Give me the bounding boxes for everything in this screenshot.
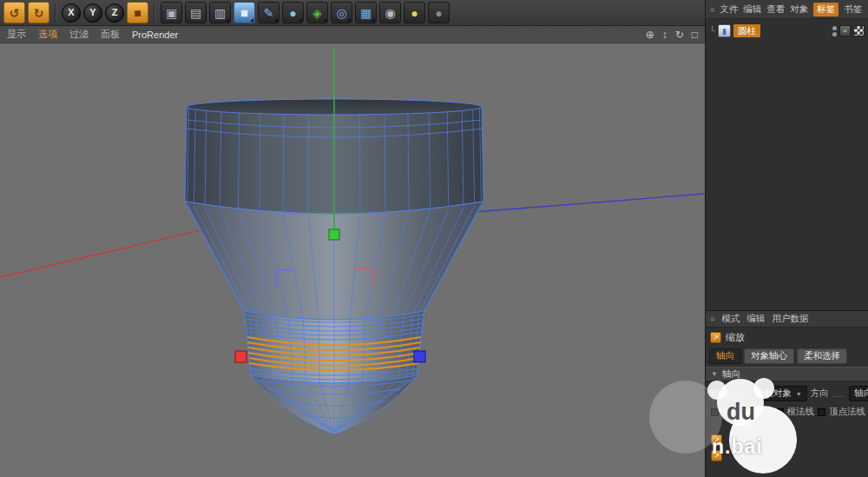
tab-object-axis[interactable]: 对象轴心	[744, 348, 794, 364]
visibility-dots-icon[interactable]	[832, 26, 837, 36]
render-picture-viewer-icon[interactable]: ▤	[185, 2, 207, 23]
viewport-canvas[interactable]	[0, 43, 705, 477]
y-axis-handle[interactable]	[329, 229, 339, 240]
axis-label: 轴向	[711, 388, 729, 400]
chevron-down-icon: ▼	[796, 391, 802, 397]
axis-parameter-row: 轴向 .... 选取对象 ▼ 方向 .... 轴向	[706, 381, 868, 401]
attribute-row: ↗	[706, 446, 868, 461]
om-menu-bookmarks[interactable]: 书签	[844, 3, 862, 16]
right-panel: ≡ 文件 编辑 查看 对象 标签 书签 └ ▮ 圆柱 × ≡ 模式 编辑	[705, 0, 868, 477]
dots: ....	[832, 388, 846, 399]
om-menu-tags[interactable]: 标签	[813, 3, 838, 17]
viewport-menubar: 显示 选项 过滤 面板 ProRender ⊕ ↕ ↻ □	[0, 26, 705, 43]
section-collapse-icon[interactable]: ▼	[711, 370, 718, 378]
om-menu-objects[interactable]: 对象	[790, 3, 808, 16]
spline-pen-icon[interactable]: ✎	[258, 2, 279, 23]
x-axis-handle[interactable]	[235, 351, 247, 362]
direction-label: 方向	[811, 388, 829, 400]
coordinate-system-icon[interactable]: ■	[127, 2, 148, 23]
active-tool-label: 缩放	[726, 331, 745, 344]
pick-object-dropdown[interactable]: 选取对象 ▼	[750, 386, 807, 401]
vertex-normal-checkbox[interactable]	[818, 408, 825, 416]
keep-checkbox[interactable]	[711, 408, 719, 416]
z-axis-handle[interactable]	[414, 351, 425, 362]
dolly-view-icon[interactable]: ↕	[662, 29, 667, 41]
axis-section-header[interactable]: ▼ 轴向	[706, 367, 868, 381]
keep-options-row: 保持 根法线 顶点法线	[706, 401, 868, 418]
viewport-panel: 显示 选项 过滤 面板 ProRender ⊕ ↕ ↻ □	[0, 26, 705, 477]
active-tool-row: ↗ 缩放	[706, 328, 868, 347]
object-row-cylinder[interactable]: └ ▮ 圆柱 ×	[706, 19, 868, 37]
tree-elbow-icon: └	[709, 26, 715, 36]
lock-z-button[interactable]: Z	[105, 3, 124, 23]
direction-value: 轴向	[854, 388, 868, 400]
deformer-icon[interactable]: ◈	[306, 2, 328, 23]
attribute-menubar: ≡ 模式 编辑 用户数据	[706, 311, 868, 328]
tab-axis[interactable]: 轴向	[709, 348, 741, 364]
object-state-tag-icon[interactable]: ×	[839, 25, 851, 36]
om-menu-view[interactable]: 查看	[766, 3, 785, 16]
cinema4d-window: ↺ ↻ X Y Z ■ ▣ ▤ ▥ ■ ✎ ● ◈ ◎ ▦ ◉ ● ● 显示 选…	[0, 0, 868, 477]
attribute-tabs: 轴向 对象轴心 柔和选择	[706, 347, 868, 367]
vertex-normal-label: 顶点法线	[829, 406, 865, 418]
render-settings-icon[interactable]: ▥	[209, 2, 231, 23]
viewport-menu-prorender[interactable]: ProRender	[132, 30, 178, 40]
object-manager: ≡ 文件 编辑 查看 对象 标签 书签 └ ▮ 圆柱 ×	[706, 0, 868, 311]
light-on-icon[interactable]: ●	[404, 2, 425, 23]
viewport-nav-icons: ⊕ ↕ ↻ □	[646, 29, 698, 41]
axis-field-icon[interactable]: ↗	[711, 434, 722, 446]
toggle-view-icon[interactable]: □	[692, 29, 698, 41]
mograph-grid-icon[interactable]: ▦	[355, 2, 377, 23]
om-menu-file[interactable]: 文件	[720, 3, 738, 16]
viewport-menu-options[interactable]: 选项	[38, 28, 57, 41]
undo-icon[interactable]: ↺	[3, 2, 25, 23]
primitive-cube-icon[interactable]: ■	[233, 2, 255, 23]
cylinder-object-icon[interactable]: ▮	[718, 24, 731, 37]
section-title: 轴向	[722, 368, 740, 381]
lock-x-button[interactable]: X	[62, 3, 81, 23]
material-sphere-icon[interactable]: ●	[282, 2, 304, 23]
camera-icon[interactable]: ◉	[379, 2, 401, 23]
root-normal-checkbox[interactable]	[776, 408, 784, 416]
pan-view-icon[interactable]: ⊕	[646, 29, 654, 41]
lock-y-button[interactable]: Y	[83, 3, 102, 23]
attribute-row: ↗	[706, 430, 868, 446]
am-menu-mode[interactable]: 模式	[721, 313, 740, 325]
rotate-view-icon[interactable]: ↻	[675, 29, 684, 41]
redo-icon[interactable]: ↻	[28, 2, 49, 23]
object-manager-menubar: ≡ 文件 编辑 查看 对象 标签 书签	[706, 0, 868, 19]
object-name-label[interactable]: 圆柱	[733, 24, 760, 37]
phong-tag-icon[interactable]	[853, 25, 865, 36]
main-toolbar: ↺ ↻ X Y Z ■ ▣ ▤ ▥ ■ ✎ ● ◈ ◎ ▦ ◉ ● ●	[0, 0, 705, 26]
render-view-icon[interactable]: ▣	[161, 2, 182, 23]
pick-object-value: 选取对象	[755, 388, 792, 400]
dots: ....	[733, 388, 746, 399]
light-dim-icon[interactable]: ●	[428, 2, 450, 23]
viewport-menu-display[interactable]: 显示	[7, 28, 26, 41]
toolbar-separator	[154, 3, 155, 23]
keep-label: 保持	[722, 406, 740, 418]
panel-grip-icon[interactable]: ≡	[710, 315, 714, 323]
viewport-menu-filter[interactable]: 过滤	[69, 28, 89, 41]
root-normal-label: 根法线	[787, 406, 815, 418]
toolbar-separator	[55, 3, 56, 23]
viewport-3d[interactable]	[0, 43, 705, 477]
scale-tool-icon: ↗	[710, 332, 721, 343]
attribute-manager: ≡ 模式 编辑 用户数据 ↗ 缩放 轴向 对象轴心 柔和选择 ▼ 轴向 轴向 .…	[706, 311, 868, 477]
om-menu-edit[interactable]: 编辑	[743, 3, 761, 16]
am-menu-edit[interactable]: 编辑	[746, 313, 765, 325]
direction-dropdown[interactable]: 轴向	[849, 386, 868, 401]
panel-grip-icon[interactable]: ≡	[710, 5, 714, 14]
axis-field-icon[interactable]: ↗	[711, 450, 722, 461]
viewport-menu-panel[interactable]: 面板	[101, 28, 120, 41]
environment-icon[interactable]: ◎	[331, 2, 352, 23]
tab-soft-selection[interactable]: 柔和选择	[797, 348, 847, 364]
am-menu-userdata[interactable]: 用户数据	[772, 313, 808, 325]
